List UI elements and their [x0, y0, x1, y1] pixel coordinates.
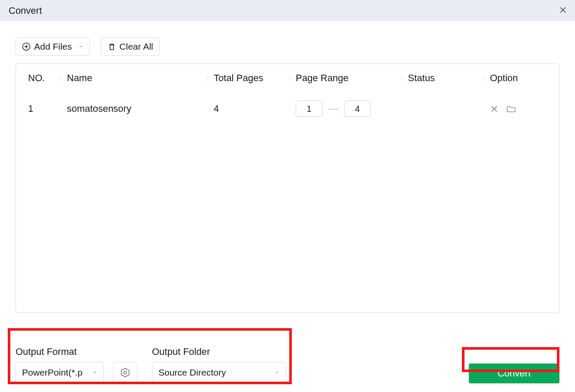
open-folder-icon[interactable] [506, 104, 516, 113]
col-header-total-pages: Total Pages [214, 73, 296, 84]
output-format-block: Output Format PowerPoint(*.p [16, 346, 137, 383]
output-format-value: PowerPoint(*.p [22, 367, 82, 378]
settings-hex-icon [120, 367, 131, 378]
table-header-row: NO. Name Total Pages Page Range Status O… [16, 64, 559, 92]
page-range-from-input[interactable] [296, 101, 322, 117]
output-format-label: Output Format [16, 346, 137, 357]
close-icon[interactable] [559, 6, 566, 16]
footer: Output Format PowerPoint(*.p Output Fold… [0, 346, 575, 383]
file-table: NO. Name Total Pages Page Range Status O… [16, 63, 559, 313]
svg-marker-1 [121, 368, 129, 377]
clear-all-label: Clear All [120, 41, 153, 52]
range-dash: — [329, 103, 338, 114]
page-range-to-input[interactable] [344, 101, 371, 117]
svg-point-2 [124, 371, 126, 374]
remove-row-icon[interactable] [490, 104, 499, 113]
add-files-label: Add Files [34, 41, 72, 52]
clear-all-button[interactable]: Clear All [101, 38, 160, 56]
trash-icon [107, 42, 116, 51]
footer-left: Output Format PowerPoint(*.p Output Fold… [16, 346, 286, 383]
cell-name: somatosensory [67, 103, 214, 114]
cell-total-pages: 4 [214, 103, 296, 114]
convert-button[interactable]: Convert [469, 364, 559, 383]
output-folder-block: Output Folder Source Directory [152, 346, 286, 383]
output-folder-select[interactable]: Source Directory [152, 362, 286, 383]
col-header-option: Option [490, 73, 559, 84]
output-folder-value: Source Directory [158, 367, 226, 378]
add-files-button[interactable]: Add Files [16, 38, 90, 56]
chevron-down-icon [92, 370, 97, 375]
col-header-name: Name [67, 73, 214, 84]
chevron-down-icon [274, 370, 279, 375]
format-settings-button[interactable] [113, 362, 137, 383]
col-header-page-range: Page Range [296, 73, 408, 84]
table-row: 1 somatosensory 4 — [16, 92, 559, 125]
titlebar: Convert [0, 0, 575, 21]
cell-page-range: — [296, 101, 408, 117]
cell-no: 1 [28, 103, 67, 114]
output-folder-label: Output Folder [152, 346, 286, 357]
window-title: Convert [9, 5, 42, 16]
chevron-down-icon [78, 44, 83, 49]
cell-option [490, 104, 559, 113]
output-format-select[interactable]: PowerPoint(*.p [16, 362, 104, 383]
plus-circle-icon [22, 42, 31, 51]
col-header-status: Status [408, 73, 490, 84]
toolbar: Add Files Clear All [0, 21, 575, 63]
